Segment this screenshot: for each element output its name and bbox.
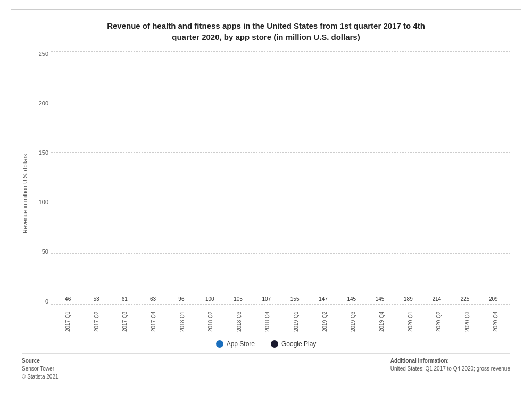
- plot-area: 050100150200250 465361639610010510715514…: [32, 51, 510, 305]
- y-ticks: 050100150200250: [32, 51, 51, 305]
- appstore-legend-label: App Store: [227, 340, 255, 348]
- x-tick: 2018 Q3: [225, 307, 254, 336]
- legend-item-appstore: App Store: [216, 340, 255, 348]
- x-tick: 2017 Q3: [111, 307, 139, 336]
- bar-total-label: 53: [93, 296, 99, 302]
- legend: App Store Google Play: [22, 340, 510, 348]
- x-tick: 2020 Q4: [481, 307, 510, 336]
- y-tick: 50: [32, 249, 51, 255]
- bar-total-label: 155: [290, 296, 300, 302]
- bar-total-label: 225: [461, 296, 470, 302]
- x-tick: 2019 Q3: [339, 307, 368, 336]
- source-section: Source Sensor Tower © Statista 2021 Addi…: [22, 353, 510, 381]
- bar-total-label: 214: [432, 296, 441, 302]
- bar-total-label: 147: [319, 296, 328, 302]
- bar-total-label: 209: [489, 296, 498, 302]
- y-tick: 0: [32, 299, 51, 305]
- chart-main: 050100150200250 465361639610010510715514…: [32, 51, 510, 336]
- bars-row: 4653616396100105107155147145145189214225…: [51, 51, 510, 305]
- additional-info-line1: United States; Q1 2017 to Q4 2020; gross…: [390, 366, 510, 372]
- bar-total-label: 189: [404, 296, 413, 302]
- bar-total-label: 107: [262, 296, 271, 302]
- additional-info-label: Additional Information:: [390, 358, 449, 364]
- x-tick: 2018 Q2: [196, 307, 225, 336]
- source-line1: Sensor Tower: [22, 366, 54, 372]
- y-tick: 250: [32, 51, 51, 57]
- googleplay-legend-dot: [271, 340, 278, 348]
- x-tick: 2018 Q4: [253, 307, 282, 336]
- x-tick: 2018 Q1: [168, 307, 197, 336]
- appstore-legend-dot: [216, 340, 223, 348]
- y-tick: 100: [32, 199, 51, 205]
- x-tick: 2017 Q4: [139, 307, 168, 336]
- chart-title: Revenue of health and fitness apps in th…: [22, 20, 510, 43]
- x-tick: 2017 Q2: [82, 307, 111, 336]
- bar-total-label: 145: [376, 296, 385, 302]
- y-tick: 200: [32, 100, 51, 106]
- x-tick: 2019 Q1: [282, 307, 311, 336]
- x-tick: 2020 Q3: [453, 307, 482, 336]
- source-line2: © Statista 2021: [22, 374, 59, 380]
- googleplay-legend-label: Google Play: [281, 340, 316, 348]
- bar-total-label: 105: [234, 296, 243, 302]
- y-tick: 150: [32, 150, 51, 156]
- bars-and-grid: 4653616396100105107155147145145189214225…: [51, 51, 510, 305]
- source-label: Source: [22, 358, 40, 364]
- bar-total-label: 61: [122, 296, 128, 302]
- bar-total-label: 145: [347, 296, 356, 302]
- bar-total-label: 100: [205, 296, 214, 302]
- legend-item-googleplay: Google Play: [271, 340, 316, 348]
- chart-container: Revenue of health and fitness apps in th…: [11, 9, 521, 386]
- x-tick: 2017 Q1: [54, 307, 82, 336]
- source-right: Additional Information: United States; Q…: [390, 357, 510, 373]
- y-axis-label: Revenue in million U.S. dollars: [22, 51, 32, 336]
- bar-total-label: 96: [178, 296, 184, 302]
- bar-total-label: 46: [65, 296, 71, 302]
- x-tick: 2020 Q2: [425, 307, 453, 336]
- x-axis: 2017 Q12017 Q22017 Q32017 Q42018 Q12018 …: [32, 307, 510, 336]
- x-tick: 2019 Q4: [368, 307, 396, 336]
- bar-total-label: 63: [150, 296, 156, 302]
- source-left: Source Sensor Tower © Statista 2021: [22, 357, 59, 381]
- x-tick: 2019 Q2: [311, 307, 339, 336]
- chart-area: Revenue in million U.S. dollars 05010015…: [22, 51, 510, 336]
- x-tick: 2020 Q1: [396, 307, 425, 336]
